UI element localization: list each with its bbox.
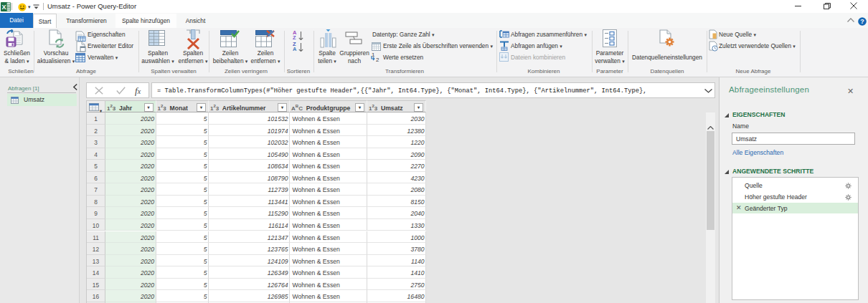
svg-text:?: ? — [860, 18, 864, 25]
svg-text:X: X — [2, 4, 6, 11]
